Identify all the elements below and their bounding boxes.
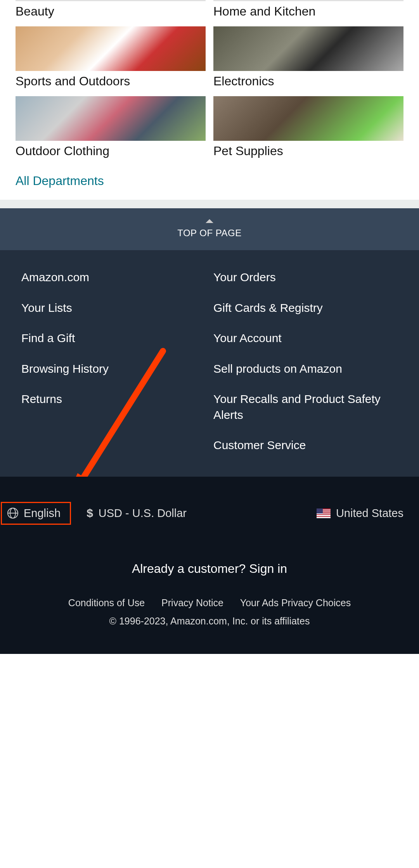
us-flag-icon xyxy=(317,508,331,518)
department-label: Pet Supplies xyxy=(213,144,403,158)
department-label: Outdoor Clothing xyxy=(16,144,206,158)
footer-link-history[interactable]: Browsing History xyxy=(21,361,206,377)
signin-row[interactable]: Already a customer? Sign in xyxy=(16,562,403,576)
legal-links-row: Conditions of Use Privacy Notice Your Ad… xyxy=(16,597,403,609)
footer-bottom-section: English $ USD - U.S. Dollar United State… xyxy=(0,477,419,654)
top-of-page-button[interactable]: TOP OF PAGE xyxy=(0,208,419,250)
department-pet-supplies[interactable]: Pet Supplies xyxy=(213,96,403,158)
language-selector[interactable]: English xyxy=(1,502,71,525)
department-image xyxy=(213,0,403,1)
copyright-text: © 1996-2023, Amazon.com, Inc. or its aff… xyxy=(16,616,403,627)
footer-link-amazon[interactable]: Amazon.com xyxy=(21,270,206,285)
footer-link-returns[interactable]: Returns xyxy=(21,391,206,423)
locale-row: English $ USD - U.S. Dollar United State… xyxy=(16,502,403,525)
signin-prompt: Already a customer? xyxy=(132,562,246,576)
language-label: English xyxy=(24,507,61,520)
department-image xyxy=(213,96,403,141)
footer-link-customer-service[interactable]: Customer Service xyxy=(213,437,398,453)
department-home-kitchen[interactable]: Home and Kitchen xyxy=(213,0,403,19)
footer-link-giftcards[interactable]: Gift Cards & Registry xyxy=(213,300,398,316)
department-sports-outdoors[interactable]: Sports and Outdoors xyxy=(16,26,206,88)
country-label: United States xyxy=(336,507,403,520)
footer-link-lists[interactable]: Your Lists xyxy=(21,300,206,316)
footer-link-recalls[interactable]: Your Recalls and Product Safety Alerts xyxy=(213,391,398,423)
section-divider xyxy=(0,200,419,208)
department-image xyxy=(16,96,206,141)
conditions-link[interactable]: Conditions of Use xyxy=(68,597,145,609)
currency-label: USD - U.S. Dollar xyxy=(99,507,187,520)
currency-selector[interactable]: $ USD - U.S. Dollar xyxy=(87,507,187,520)
department-label: Electronics xyxy=(213,74,403,88)
department-electronics[interactable]: Electronics xyxy=(213,26,403,88)
department-label: Sports and Outdoors xyxy=(16,74,206,88)
department-label: Home and Kitchen xyxy=(213,4,403,19)
departments-section: Beauty Home and Kitchen Sports and Outdo… xyxy=(0,0,419,200)
department-outdoor-clothing[interactable]: Outdoor Clothing xyxy=(16,96,206,158)
footer-links-section: Amazon.com Your Orders Your Lists Gift C… xyxy=(0,250,419,477)
privacy-link[interactable]: Privacy Notice xyxy=(161,597,223,609)
globe-icon xyxy=(7,508,18,519)
country-selector[interactable]: United States xyxy=(317,507,403,520)
signin-action: Sign in xyxy=(249,562,287,576)
footer-link-find-gift[interactable]: Find a Gift xyxy=(21,330,206,346)
department-beauty[interactable]: Beauty xyxy=(16,0,206,19)
footer-link-sell[interactable]: Sell products on Amazon xyxy=(213,361,398,377)
department-image xyxy=(16,0,206,1)
top-of-page-label: TOP OF PAGE xyxy=(0,228,419,239)
footer-link-account[interactable]: Your Account xyxy=(213,330,398,346)
caret-up-icon xyxy=(206,219,213,223)
department-label: Beauty xyxy=(16,4,206,19)
department-image xyxy=(16,26,206,71)
all-departments-link[interactable]: All Departments xyxy=(16,174,104,188)
department-image xyxy=(213,26,403,71)
dollar-icon: $ xyxy=(87,507,93,520)
footer-link-orders[interactable]: Your Orders xyxy=(213,270,398,285)
ads-privacy-link[interactable]: Your Ads Privacy Choices xyxy=(240,597,351,609)
